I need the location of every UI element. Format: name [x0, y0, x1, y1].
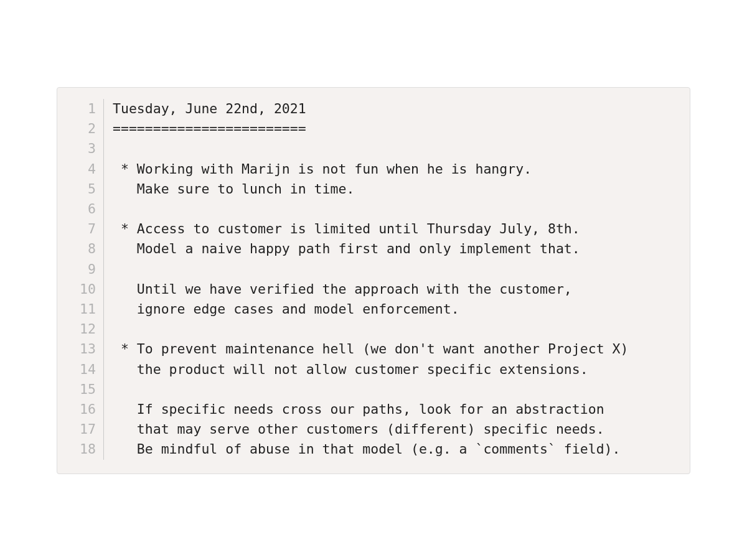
gutter-separator	[103, 199, 104, 219]
line-number: 9	[72, 259, 96, 279]
gutter-separator	[103, 179, 104, 199]
line-content: Model a naive happy path first and only …	[113, 239, 580, 259]
line-number: 4	[72, 159, 96, 179]
gutter-separator	[103, 419, 104, 439]
gutter-separator	[103, 360, 104, 380]
line-number: 10	[72, 279, 96, 299]
line-content: ignore edge cases and model enforcement.	[113, 299, 459, 319]
line-content: the product will not allow customer spec…	[113, 360, 588, 380]
code-line: 3	[72, 139, 675, 159]
line-number: 18	[72, 439, 96, 459]
line-content: that may serve other customers (differen…	[113, 419, 604, 439]
line-number: 2	[72, 119, 96, 139]
line-number: 5	[72, 179, 96, 199]
code-line: 1 Tuesday, June 22nd, 2021	[72, 99, 675, 119]
line-content: Be mindful of abuse in that model (e.g. …	[113, 439, 620, 459]
code-line: 12	[72, 319, 675, 339]
gutter-separator	[103, 299, 104, 319]
gutter-separator	[103, 380, 104, 399]
line-number: 13	[72, 339, 96, 359]
line-number: 6	[72, 199, 96, 219]
code-line: 6	[72, 199, 675, 219]
code-line: 4 * Working with Marijn is not fun when …	[72, 159, 675, 179]
line-content: * To prevent maintenance hell (we don't …	[113, 339, 628, 359]
line-content: Make sure to lunch in time.	[113, 179, 354, 199]
line-number: 16	[72, 399, 96, 419]
code-line: 9	[72, 259, 675, 279]
line-number: 15	[72, 380, 96, 399]
line-number: 1	[72, 99, 96, 119]
gutter-separator	[103, 319, 104, 339]
line-content: If specific needs cross our paths, look …	[113, 399, 604, 419]
gutter-separator	[103, 439, 104, 459]
line-content: * Access to customer is limited until Th…	[113, 219, 580, 239]
line-number: 8	[72, 239, 96, 259]
gutter-separator	[103, 159, 104, 179]
gutter-separator	[103, 99, 104, 119]
code-line: 16 If specific needs cross our paths, lo…	[72, 399, 675, 419]
gutter-separator	[103, 219, 104, 239]
line-number: 12	[72, 319, 96, 339]
line-number: 3	[72, 139, 96, 159]
gutter-separator	[103, 279, 104, 299]
gutter-separator	[103, 119, 104, 139]
code-line: 10 Until we have verified the approach w…	[72, 279, 675, 299]
code-line: 7 * Access to customer is limited until …	[72, 219, 675, 239]
line-content: Until we have verified the approach with…	[113, 279, 572, 299]
code-line: 11 ignore edge cases and model enforceme…	[72, 299, 675, 319]
code-line: 8 Model a naive happy path first and onl…	[72, 239, 675, 259]
gutter-separator	[103, 239, 104, 259]
line-number: 14	[72, 360, 96, 380]
code-line: 14 the product will not allow customer s…	[72, 360, 675, 380]
line-content: * Working with Marijn is not fun when he…	[113, 159, 532, 179]
page: 1 Tuesday, June 22nd, 2021 2 ===========…	[0, 0, 747, 560]
gutter-separator	[103, 139, 104, 159]
code-editor[interactable]: 1 Tuesday, June 22nd, 2021 2 ===========…	[57, 87, 690, 474]
gutter-separator	[103, 399, 104, 419]
code-line: 18 Be mindful of abuse in that model (e.…	[72, 439, 675, 459]
gutter-separator	[103, 339, 104, 359]
code-line: 15	[72, 380, 675, 399]
code-line: 13 * To prevent maintenance hell (we don…	[72, 339, 675, 359]
line-content: Tuesday, June 22nd, 2021	[113, 99, 306, 119]
code-line: 5 Make sure to lunch in time.	[72, 179, 675, 199]
gutter-separator	[103, 259, 104, 279]
line-number: 17	[72, 419, 96, 439]
line-number: 7	[72, 219, 96, 239]
code-line: 17 that may serve other customers (diffe…	[72, 419, 675, 439]
code-line: 2 ========================	[72, 119, 675, 139]
line-number: 11	[72, 299, 96, 319]
line-content: ========================	[113, 119, 306, 139]
